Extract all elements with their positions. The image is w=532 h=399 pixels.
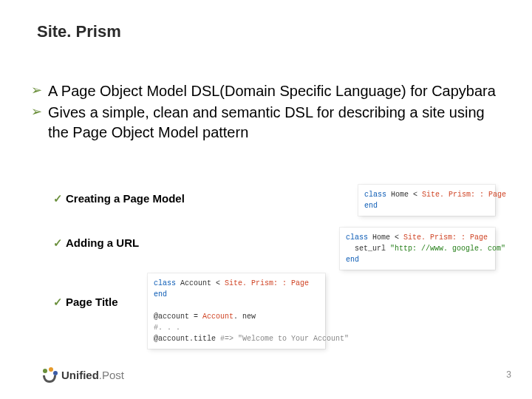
- subpoint-page-title: ✓Page Title: [53, 296, 118, 309]
- svg-point-2: [53, 371, 58, 375]
- brand-text: Unified.Post: [61, 369, 124, 381]
- code-snippet-adding-url: class Home < Site. Prism: : Page set_url…: [340, 228, 495, 270]
- page-number: 3: [506, 369, 511, 380]
- footer-brand: Unified.Post: [41, 366, 124, 383]
- slide: Site. Prism ➢ A Page Object Model DSL(Do…: [0, 0, 532, 399]
- arrow-icon: ➢: [31, 81, 42, 99]
- subpoint-label: Page Title: [66, 296, 118, 308]
- check-icon: ✓: [53, 236, 63, 249]
- check-icon: ✓: [53, 192, 63, 205]
- brand-light: .Post: [99, 369, 124, 381]
- slide-title: Site. Prism: [37, 22, 121, 41]
- svg-point-1: [49, 367, 53, 372]
- code-snippet-page-title: class Account < Site. Prism: : Page end …: [148, 273, 325, 349]
- svg-point-0: [43, 369, 47, 373]
- arrow-icon: ➢: [31, 103, 42, 120]
- unifiedpost-logo-icon: [41, 366, 58, 383]
- check-icon: ✓: [53, 296, 63, 308]
- bullet-text: Gives a simple, clean and semantic DSL f…: [48, 103, 502, 143]
- list-item: ➢ A Page Object Model DSL(Domain Specifi…: [31, 81, 502, 101]
- brand-bold: Unified: [61, 369, 99, 381]
- list-item: ➢ Gives a simple, clean and semantic DSL…: [31, 103, 502, 143]
- bullet-text: A Page Object Model DSL(Domain Specific …: [48, 81, 502, 101]
- subpoint-adding-url: ✓Adding a URL: [53, 236, 139, 250]
- subpoint-label: Creating a Page Model: [66, 192, 185, 205]
- main-bullet-list: ➢ A Page Object Model DSL(Domain Specifi…: [31, 81, 502, 144]
- code-snippet-creating: class Home < Site. Prism: : Page end: [358, 185, 495, 216]
- subpoint-creating: ✓Creating a Page Model: [53, 192, 185, 205]
- subpoint-label: Adding a URL: [66, 236, 139, 249]
